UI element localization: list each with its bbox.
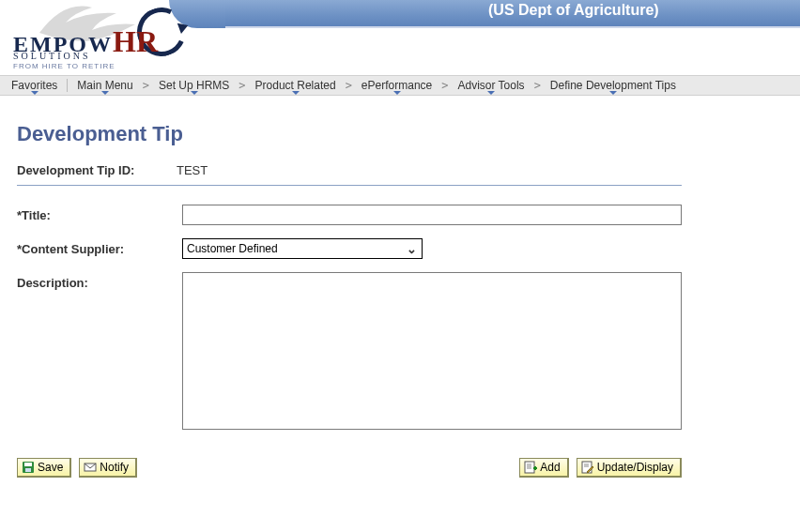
description-textarea[interactable] (182, 272, 682, 430)
development-tip-id-label: Development Tip ID: (17, 163, 177, 177)
nav-divider (67, 79, 68, 92)
page-title: Development Tip (17, 122, 783, 146)
svg-rect-4 (525, 462, 534, 473)
save-button[interactable]: Save (17, 458, 71, 478)
empowhr-logo: EMPOWHR SOLUTIONS FROM HIRE TO RETIRE (13, 4, 192, 71)
nav-product-related[interactable]: Product Related (250, 79, 342, 92)
description-label: Description: (17, 272, 182, 290)
content-supplier-select[interactable]: Customer Defined (182, 238, 423, 259)
update-display-icon (581, 461, 594, 474)
page-body: Development Tip Development Tip ID: TEST… (0, 96, 800, 478)
nav-define-development-tips[interactable]: Define Development Tips (545, 79, 682, 92)
title-label: *Title: (17, 205, 182, 222)
add-icon (524, 461, 537, 474)
notify-button[interactable]: Notify (79, 458, 137, 478)
update-display-button[interactable]: Update/Display (577, 458, 682, 478)
svg-rect-2 (25, 468, 31, 472)
nav-eperformance[interactable]: ePerformance (356, 79, 438, 92)
chevron-right-icon: > (342, 79, 356, 92)
toolbar: Save Notify Add Update/Display (17, 458, 682, 478)
notify-icon (84, 461, 97, 474)
save-icon (22, 461, 35, 474)
development-tip-id-value: TEST (177, 163, 208, 177)
svg-rect-1 (24, 463, 32, 466)
org-banner: (US Dept of Agriculture) (197, 0, 800, 28)
content-supplier-label: *Content Supplier: (17, 238, 182, 256)
chevron-right-icon: > (235, 79, 249, 92)
nav-favorites[interactable]: Favorites (6, 79, 63, 92)
logo-subtitle: SOLUTIONS (13, 51, 91, 61)
nav-setup-hrms[interactable]: Set Up HRMS (153, 79, 235, 92)
breadcrumb: Favorites Main Menu > Set Up HRMS > Prod… (0, 75, 800, 96)
header: (US Dept of Agriculture) EMPOWHR SOLUTIO… (0, 0, 800, 75)
chevron-right-icon: > (531, 79, 545, 92)
logo-tagline: FROM HIRE TO RETIRE (13, 62, 115, 70)
chevron-right-icon: > (139, 79, 153, 92)
title-input[interactable] (182, 205, 682, 225)
nav-main-menu[interactable]: Main Menu (71, 79, 138, 92)
org-banner-text: (US Dept of Agriculture) (488, 2, 659, 18)
chevron-right-icon: > (438, 79, 452, 92)
nav-advisor-tools[interactable]: Advisor Tools (452, 79, 530, 92)
form: *Title: *Content Supplier: Customer Defi… (17, 205, 682, 430)
development-tip-id-row: Development Tip ID: TEST (17, 163, 682, 186)
add-button[interactable]: Add (519, 458, 568, 478)
